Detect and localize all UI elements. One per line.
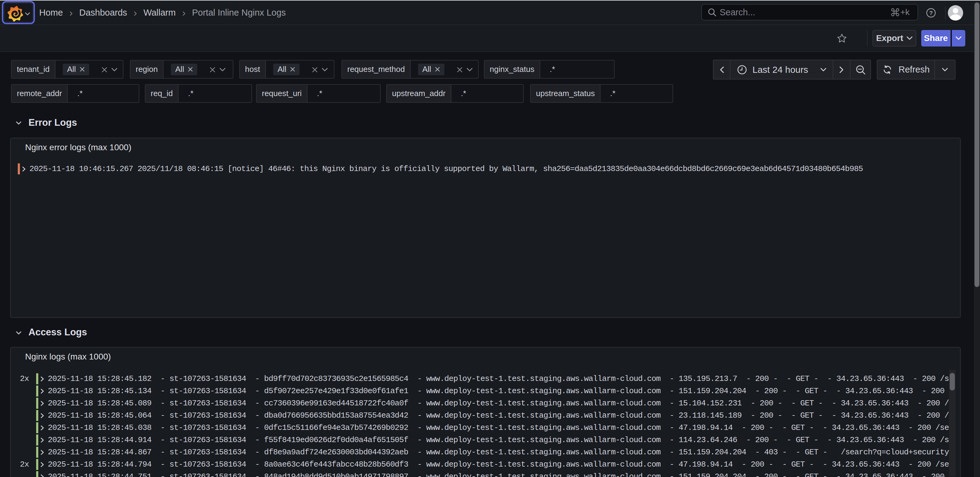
svg-text:?: ? [929,10,933,16]
